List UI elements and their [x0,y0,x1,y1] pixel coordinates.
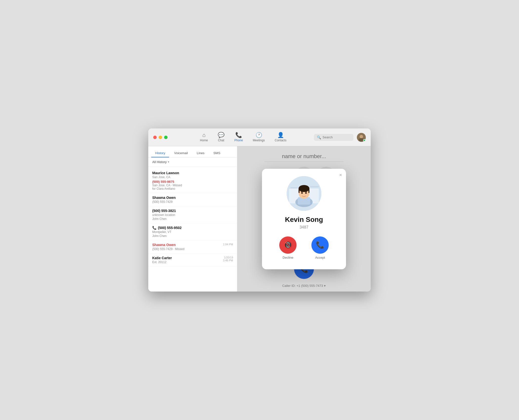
search-input[interactable] [323,135,350,139]
caller-avatar [287,176,321,211]
history-filter[interactable]: All History ▾ [148,158,237,167]
chat-icon: 💬 [218,132,224,138]
nav-chat-label: Chat [218,139,224,142]
contact-name: (500) 555-3821 [152,209,233,213]
accept-button[interactable]: 📞 [311,236,329,254]
caller-name: Kevin Song [285,216,323,224]
svg-rect-11 [299,189,300,193]
accept-label: Accept [315,256,325,259]
minimize-button[interactable] [159,136,162,139]
list-item[interactable]: (500) 555-3821 unknown location John Che… [148,206,237,223]
contact-location: Montpelier, VT [152,230,233,234]
main-content: History Voicemail Lines SMS All History … [148,146,371,292]
maximize-button[interactable] [164,136,168,139]
svg-point-10 [299,185,309,192]
svg-rect-15 [301,191,303,192]
history-list: Maurice Lawson San Jose, CA (500) 555-98… [148,167,237,292]
online-status-dot [363,139,366,142]
list-item[interactable]: 📞 (500) 555-9502 Montpelier, VT John Che… [148,223,237,240]
search-icon: 🔍 [317,135,321,139]
tabs-row: History Voicemail Lines SMS [148,146,237,158]
contact-location: unknown location [152,213,233,217]
call-date: 1/20/19 [223,256,233,259]
tab-lines[interactable]: Lines [193,149,208,157]
decline-label: Decline [282,256,293,259]
accept-action: 📞 Accept [311,236,329,259]
contact-name-missed: Shawna Owen [152,243,184,247]
list-item[interactable]: Maurice Lawson San Jose, CA (500) 555-98… [148,168,237,193]
incoming-call-modal: × [262,169,346,269]
contact-owner: John Chen [152,234,233,238]
accept-icon: 📞 [316,241,324,249]
call-actions: 📵 Decline 📞 Accept [279,236,329,259]
nav-phone[interactable]: 📞 Phone [229,131,248,144]
nav-contacts-label: Contacts [275,139,286,142]
decline-button[interactable]: 📵 [279,236,297,254]
contact-number-missed: (500) 555-7429 · Missed [152,247,184,251]
tab-history[interactable]: History [151,149,169,157]
call-timestamp: 1:04 PM [223,243,233,246]
svg-rect-12 [308,189,309,193]
close-button[interactable] [153,136,157,139]
phone-icon: 📞 [235,132,242,138]
nav-phone-label: Phone [234,139,243,142]
contact-detail1: San Jose, CA · Missed [152,184,233,187]
user-avatar-container[interactable] [357,133,366,142]
meetings-icon: 🕐 [256,132,262,138]
nav-contacts[interactable]: 👤 Contacts [270,131,291,144]
contact-name: 📞 (500) 555-9502 [152,226,233,230]
contact-owner: John Chen [152,217,233,221]
search-bar[interactable]: 🔍 [314,134,353,141]
caller-extension: 3487 [300,225,308,230]
svg-rect-6 [310,186,319,187]
traffic-lights [153,136,168,139]
contact-ext: Ext. 20112 [152,260,172,264]
svg-point-13 [301,192,303,194]
right-panel: 2 ABC 3 DEF 5 JKL [237,146,371,292]
phone-small-icon: 📞 [152,226,156,230]
left-panel: History Voicemail Lines SMS All History … [148,146,237,292]
tab-sms[interactable]: SMS [209,149,224,157]
tab-voicemail[interactable]: Voicemail [170,149,192,157]
close-button[interactable]: × [339,172,342,178]
contact-name: Maurice Lawson [152,171,233,175]
app-window: ⌂ Home 💬 Chat 📞 Phone 🕐 Meetings 👤 Conta… [148,128,371,292]
contact-number: (500) 555-7429 [152,200,233,204]
nav-meetings[interactable]: 🕐 Meetings [248,131,270,144]
contact-detail2: for Clara Arellano [152,187,233,190]
list-item[interactable]: Katie Carter Ext. 20112 1/20/19 3:48 PM [148,253,237,267]
nav-home[interactable]: ⌂ Home [195,131,213,144]
svg-rect-5 [290,187,298,189]
nav-bar: ⌂ Home 💬 Chat 📞 Phone 🕐 Meetings 👤 Conta… [173,131,314,144]
contact-location: San Jose, CA [152,175,233,179]
svg-point-1 [360,135,363,138]
contact-name: Katie Carter [152,256,172,260]
call-time: 3:48 PM [223,259,233,262]
contacts-icon: 👤 [277,132,284,138]
filter-label: All History [152,160,167,164]
decline-icon: 📵 [284,241,292,249]
titlebar: ⌂ Home 💬 Chat 📞 Phone 🕐 Meetings 👤 Conta… [148,128,371,146]
nav-meetings-label: Meetings [253,139,265,142]
svg-rect-16 [305,191,307,192]
chevron-down-icon: ▾ [168,160,169,164]
decline-action: 📵 Decline [279,236,297,259]
modal-overlay: × [237,146,371,292]
nav-chat[interactable]: 💬 Chat [213,131,229,144]
nav-home-label: Home [200,139,208,142]
contact-missed-number: (500) 555-9875 [152,180,233,184]
list-item[interactable]: Shawna Owen (500) 555-7429 [148,193,237,206]
svg-point-14 [305,192,307,194]
list-item[interactable]: Shawna Owen (500) 555-7429 · Missed 1:04… [148,240,237,253]
home-icon: ⌂ [202,132,205,138]
contact-name: Shawna Owen [152,196,233,200]
